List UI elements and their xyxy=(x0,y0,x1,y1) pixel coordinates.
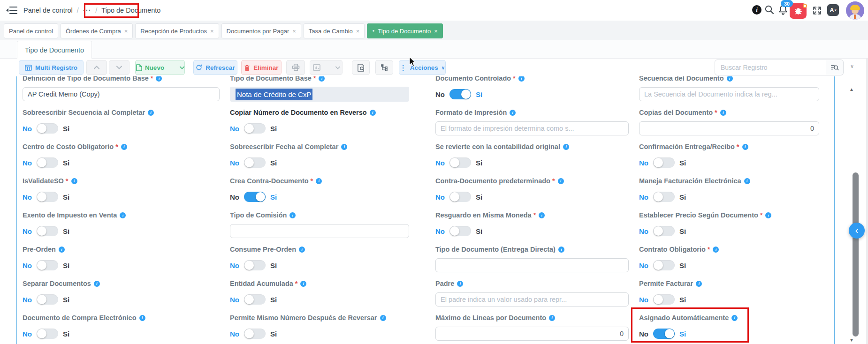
field-info-icon[interactable] xyxy=(765,212,771,218)
toggle-pill[interactable] xyxy=(244,123,266,134)
toggle-field[interactable]: No Si xyxy=(435,192,482,202)
toggle-field[interactable]: No Si xyxy=(230,123,277,134)
toggle-field[interactable]: No Si xyxy=(230,329,277,339)
field-info-icon[interactable] xyxy=(341,144,347,150)
breadcrumb-item-current[interactable]: Tipo de Documento xyxy=(101,7,160,14)
field-input[interactable] xyxy=(230,224,409,238)
field-info-icon[interactable] xyxy=(59,247,65,253)
tab-close-icon[interactable]: × xyxy=(210,28,214,34)
field-info-icon[interactable] xyxy=(727,76,733,82)
field-info-icon[interactable] xyxy=(549,315,555,321)
breadcrumb-ellipsis[interactable]: ··· xyxy=(83,7,91,14)
field-info-icon[interactable] xyxy=(299,247,305,253)
field-info-icon[interactable] xyxy=(518,76,525,82)
field-input[interactable] xyxy=(435,258,629,272)
field-info-icon[interactable] xyxy=(316,178,322,184)
field-info-icon[interactable] xyxy=(370,110,376,116)
toggle-pill[interactable] xyxy=(37,157,58,168)
field-info-icon[interactable] xyxy=(558,178,564,184)
tab-close-icon[interactable]: × xyxy=(434,28,438,34)
toggle-field[interactable]: No Si xyxy=(230,260,277,270)
toggle-pill[interactable] xyxy=(244,329,266,339)
session-tab[interactable]: ● Órdenes de Compra × xyxy=(61,23,133,38)
toggle-field[interactable]: No Si xyxy=(435,157,482,168)
toggle-field[interactable]: No Si xyxy=(23,157,69,168)
toggle-pill[interactable] xyxy=(449,192,471,202)
toggle-pill[interactable] xyxy=(653,260,675,270)
field-info-icon[interactable] xyxy=(120,212,126,218)
toggle-field[interactable]: No Si xyxy=(639,329,686,339)
toggle-pill[interactable] xyxy=(653,157,675,168)
tab-close-icon[interactable]: × xyxy=(356,28,360,34)
toggle-pill[interactable] xyxy=(37,123,58,134)
fullscreen-expand-icon[interactable] xyxy=(812,6,822,15)
search-icon[interactable] xyxy=(764,5,775,15)
field-info-icon[interactable] xyxy=(380,315,386,321)
field-input[interactable] xyxy=(639,87,819,101)
toggle-pill[interactable] xyxy=(37,329,58,339)
scroll-down-arrow[interactable]: ▼ xyxy=(849,338,854,343)
nuevo-dropdown-button[interactable] xyxy=(176,66,188,69)
toggle-field[interactable]: No Si xyxy=(230,192,277,202)
multi-registro-button[interactable]: Multi Registro xyxy=(19,60,84,75)
acciones-button[interactable]: ⋮ Acciones ∨ xyxy=(399,60,446,75)
field-info-icon[interactable] xyxy=(563,144,569,150)
session-tab[interactable]: ● Tipo de Documento × xyxy=(367,23,442,38)
collapse-panel-fab[interactable]: ‹ xyxy=(849,223,865,239)
field-info-icon[interactable] xyxy=(148,110,154,116)
toggle-field[interactable]: No Si xyxy=(435,226,482,236)
toggle-field[interactable]: No Si xyxy=(639,226,686,236)
field-info-icon[interactable] xyxy=(696,281,702,287)
field-input[interactable] xyxy=(435,121,629,135)
session-tab[interactable]: ● Documentos por Pagar × xyxy=(221,23,301,38)
breadcrumb-item-root[interactable]: Panel de control xyxy=(23,7,73,14)
toggle-field[interactable]: No Si xyxy=(639,294,686,305)
field-info-icon[interactable] xyxy=(457,281,463,287)
toggle-pill[interactable] xyxy=(37,192,58,202)
toggle-field[interactable]: No Si xyxy=(23,329,69,339)
field-info-icon[interactable] xyxy=(71,178,77,184)
readonly-field[interactable]: Nota de Crédito de CxP xyxy=(230,87,409,102)
session-tab[interactable]: ● Tasa de Cambio × xyxy=(304,23,365,38)
toggle-field[interactable]: No Si xyxy=(23,260,69,270)
field-info-icon[interactable] xyxy=(720,110,726,116)
report-button[interactable] xyxy=(309,64,324,71)
toggle-pill[interactable] xyxy=(244,192,266,202)
field-info-icon[interactable] xyxy=(539,212,545,218)
toggle-pill[interactable] xyxy=(653,192,675,202)
field-info-icon[interactable] xyxy=(121,144,127,150)
toggle-pill[interactable] xyxy=(449,157,471,168)
toggle-field[interactable]: No Si xyxy=(230,294,277,305)
field-info-icon[interactable] xyxy=(289,212,296,218)
field-info-icon[interactable] xyxy=(510,110,516,116)
field-info-icon[interactable] xyxy=(94,281,100,287)
toggle-field[interactable]: No Si xyxy=(23,123,69,134)
field-info-icon[interactable] xyxy=(713,247,719,253)
previous-record-button[interactable] xyxy=(86,60,107,75)
toggle-pill[interactable] xyxy=(37,260,58,270)
field-info-icon[interactable] xyxy=(139,315,145,321)
refrescar-button[interactable]: Refrescar xyxy=(193,60,237,75)
session-tab[interactable]: ● Recepción de Productos × xyxy=(135,23,219,38)
toggle-pill[interactable] xyxy=(244,157,266,168)
field-input[interactable] xyxy=(435,292,629,307)
search-record-input[interactable] xyxy=(715,60,826,75)
toggle-field[interactable]: No Si xyxy=(23,294,69,305)
toggle-field[interactable]: No Si xyxy=(639,192,686,202)
record-lookup-button[interactable] xyxy=(352,60,370,75)
tab-tipo-de-documento[interactable]: Tipo de Documento xyxy=(17,41,92,59)
info-icon[interactable]: i xyxy=(752,5,761,15)
tab-close-icon[interactable]: × xyxy=(124,28,128,34)
toggle-pill[interactable] xyxy=(37,294,58,305)
toggle-pill[interactable] xyxy=(653,329,675,339)
toggle-pill[interactable] xyxy=(449,226,471,236)
field-input[interactable] xyxy=(23,87,220,101)
user-avatar[interactable] xyxy=(846,1,864,20)
toggle-pill[interactable] xyxy=(449,89,471,99)
tree-view-button[interactable] xyxy=(375,60,393,75)
eliminar-button[interactable]: Eliminar xyxy=(241,60,282,75)
scroll-up-arrow[interactable]: ▲ xyxy=(849,87,854,92)
report-dropdown-button[interactable] xyxy=(333,66,343,69)
field-info-icon[interactable] xyxy=(156,76,162,82)
next-record-button[interactable] xyxy=(109,60,129,75)
